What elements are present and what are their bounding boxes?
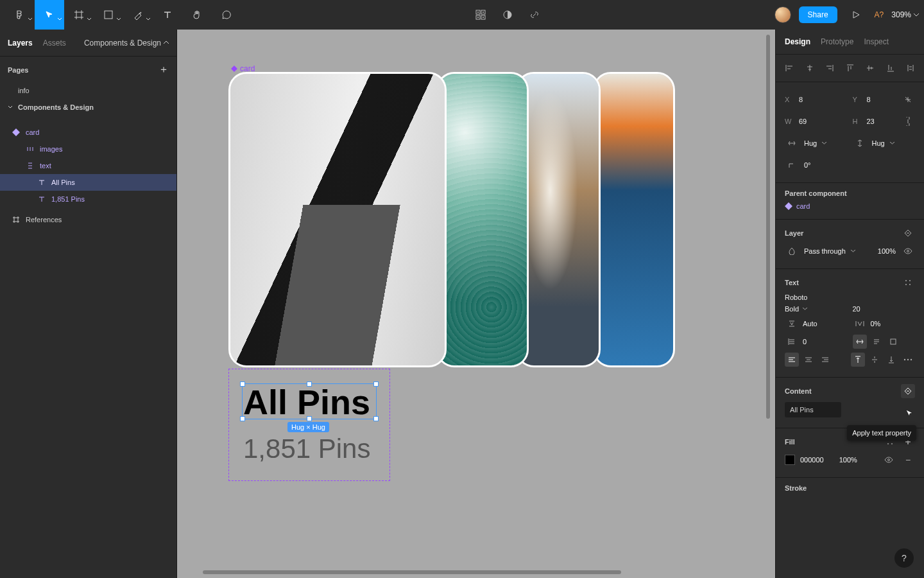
svg-point-23 xyxy=(888,459,890,461)
fill-hex[interactable]: 000000 xyxy=(800,456,824,464)
tab-layers[interactable]: Layers xyxy=(8,39,33,48)
share-button[interactable]: Share xyxy=(799,6,837,23)
fill-visibility-icon[interactable] xyxy=(882,453,896,467)
frame-tool-button[interactable] xyxy=(64,0,94,30)
layer-opacity[interactable]: 100% xyxy=(878,247,896,255)
card-component-preview[interactable] xyxy=(228,72,678,367)
align-to-pixel-icon[interactable] xyxy=(901,92,915,107)
layer-label: 1,851 Pins xyxy=(51,195,85,203)
font-size[interactable]: 20 xyxy=(853,305,860,313)
frame-icon xyxy=(12,215,21,224)
zoom-dropdown[interactable]: 309% xyxy=(891,10,919,19)
svg-point-11 xyxy=(905,280,907,281)
svg-point-8 xyxy=(483,17,484,18)
auto-width-icon[interactable] xyxy=(853,335,867,349)
text-align-top-icon[interactable] xyxy=(851,353,865,367)
font-weight[interactable]: Bold xyxy=(785,305,799,313)
svg-point-12 xyxy=(909,280,911,281)
file-switcher[interactable]: Components & Design xyxy=(84,39,169,48)
layer-card[interactable]: card xyxy=(0,124,176,141)
fill-swatch[interactable] xyxy=(785,455,795,465)
hresize-icon xyxy=(785,136,799,150)
x-value[interactable]: 8 xyxy=(799,96,803,103)
distribute-icon[interactable] xyxy=(902,60,919,76)
text-align-left-icon[interactable] xyxy=(785,353,799,367)
text-align-middle-icon[interactable] xyxy=(868,353,882,367)
align-left-icon[interactable] xyxy=(781,60,798,76)
layer-all-pins[interactable]: All Pins xyxy=(0,174,176,191)
layer-images[interactable]: images xyxy=(0,141,176,157)
title-text[interactable]: All Pins xyxy=(243,385,375,419)
tab-inspect[interactable]: Inspect xyxy=(864,37,889,46)
horizontal-scrollbar[interactable] xyxy=(203,570,621,574)
add-page-button[interactable]: ＋ xyxy=(158,63,169,76)
vertical-scrollbar[interactable] xyxy=(766,35,770,419)
text-autolayout-frame[interactable]: Hug × Hug All Pins 1,851 Pins xyxy=(228,369,390,481)
align-vcenter-icon[interactable] xyxy=(862,60,878,76)
layer-style-icon[interactable] xyxy=(901,226,915,240)
subtitle-text[interactable]: 1,851 Pins xyxy=(243,434,375,464)
rotation-value[interactable]: 0° xyxy=(804,161,811,169)
tab-assets[interactable]: Assets xyxy=(43,39,66,48)
mask-mode-icon[interactable] xyxy=(497,4,518,26)
visibility-icon[interactable] xyxy=(901,244,915,258)
present-button[interactable] xyxy=(845,4,867,26)
hug-y[interactable]: Hug xyxy=(872,139,885,147)
align-hcenter-icon[interactable] xyxy=(801,60,818,76)
y-label: Y xyxy=(853,96,862,103)
avatar[interactable] xyxy=(774,6,791,23)
letter-spacing[interactable]: 0% xyxy=(871,320,881,328)
parent-component-link[interactable]: card xyxy=(785,200,915,213)
move-tool-button[interactable] xyxy=(35,0,64,30)
fill-opacity[interactable]: 100% xyxy=(839,456,857,464)
auto-height-icon[interactable] xyxy=(869,335,884,349)
remove-fill-button[interactable]: − xyxy=(901,453,915,467)
text-align-bottom-icon[interactable] xyxy=(884,353,898,367)
component-mode-icon[interactable] xyxy=(470,4,492,26)
pen-tool-button[interactable] xyxy=(123,0,153,30)
page-item-label: info xyxy=(18,87,30,94)
shape-tool-button[interactable] xyxy=(94,0,123,30)
parent-component-title: Parent component xyxy=(785,189,847,197)
w-value[interactable]: 69 xyxy=(799,118,807,125)
tab-prototype[interactable]: Prototype xyxy=(821,37,853,46)
comment-tool-button[interactable] xyxy=(212,0,241,30)
line-height-icon xyxy=(785,317,799,331)
autolayout-badge[interactable]: A? xyxy=(875,10,884,19)
constrain-proportions-icon[interactable] xyxy=(901,114,915,128)
font-family[interactable]: Roboto xyxy=(785,293,807,301)
left-panel: Layers Assets Components & Design Pages … xyxy=(0,30,177,578)
hug-x[interactable]: Hug xyxy=(804,139,817,147)
figma-menu-button[interactable] xyxy=(5,0,35,30)
y-value[interactable]: 8 xyxy=(867,96,871,103)
text-style-icon[interactable] xyxy=(901,276,915,290)
page-item-components[interactable]: Components & Design xyxy=(0,98,176,116)
layer-section-title: Layer xyxy=(785,229,803,237)
blend-mode[interactable]: Pass through xyxy=(804,247,846,255)
text-align-right-icon[interactable] xyxy=(818,353,832,367)
text-align-center-icon[interactable] xyxy=(801,353,816,367)
page-item-info[interactable]: info xyxy=(0,83,176,98)
right-panel: Design Prototype Inspect X8 Y8 W69 H23 xyxy=(775,30,924,578)
line-height[interactable]: Auto xyxy=(803,320,817,328)
paragraph-spacing[interactable]: 0 xyxy=(803,338,807,346)
content-value-field[interactable]: All Pins xyxy=(785,402,841,417)
help-button[interactable]: ? xyxy=(894,548,914,568)
text-more-icon[interactable] xyxy=(901,353,915,367)
layer-references[interactable]: References xyxy=(0,211,176,228)
svg-point-13 xyxy=(905,284,907,285)
canvas[interactable]: card Hug × Hug All Pins 1,851 Pins xyxy=(177,30,775,578)
apply-text-property-button[interactable] xyxy=(901,384,915,398)
hand-tool-button[interactable] xyxy=(182,0,212,30)
svg-point-7 xyxy=(477,17,479,18)
layer-text[interactable]: text xyxy=(0,157,176,174)
align-right-icon[interactable] xyxy=(821,60,838,76)
layer-pins-count[interactable]: 1,851 Pins xyxy=(0,191,176,207)
tab-design[interactable]: Design xyxy=(785,37,810,46)
align-top-icon[interactable] xyxy=(842,60,859,76)
align-bottom-icon[interactable] xyxy=(882,60,899,76)
fixed-size-icon[interactable] xyxy=(886,335,900,349)
h-value[interactable]: 23 xyxy=(867,118,875,125)
link-icon[interactable] xyxy=(524,4,545,26)
text-tool-button[interactable] xyxy=(153,0,182,30)
